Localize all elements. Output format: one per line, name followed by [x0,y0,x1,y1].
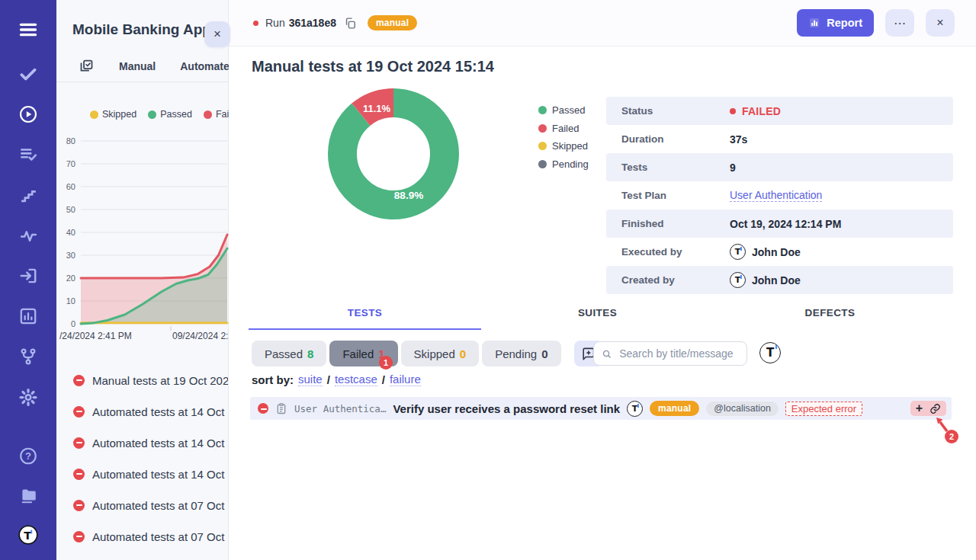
svg-text:80: 80 [66,136,75,146]
svg-text:?: ? [25,450,31,462]
gear-icon[interactable] [18,387,38,407]
run-label: Run [265,17,285,29]
steps-icon[interactable] [18,185,38,205]
list-check-icon[interactable] [18,145,38,165]
sidebar-nav-group [18,64,38,407]
expected-error-badge[interactable]: Expected error [785,402,862,416]
activity-icon[interactable] [18,226,38,245]
skipped-count: 0 [460,347,466,360]
avatar: T [730,272,746,288]
test-result-row[interactable]: User Authentica… Verify user receives a … [250,397,952,420]
detail-row-status: StatusFAILED [606,97,953,125]
logo-icon[interactable]: T [18,525,38,545]
search-input[interactable] [618,347,739,360]
report-button[interactable]: Report [797,9,874,37]
more-button[interactable]: ⋯ [885,9,914,37]
sort-by-failure[interactable]: failure [390,373,421,386]
run-list-item[interactable]: Automated tests at 14 Oct 2 [73,464,228,484]
filter-pending-button[interactable]: Pending0 [482,341,560,366]
sort-by-suite[interactable]: suite [298,373,323,386]
avatar: T [627,401,643,417]
play-circle-icon[interactable] [18,104,38,124]
run-list-item[interactable]: Automated tests at 07 Oct 2 [73,495,228,515]
sort-by-testcase[interactable]: testcase [335,373,377,386]
avatar: T [730,244,746,260]
detail-row-finished: FinishedOct 19, 2024 12:14 PM [606,210,953,238]
runs-list: Manual tests at 19 Oct 2024 Automated te… [56,370,228,546]
status-badge: FAILED [742,105,781,117]
results-tabs: TESTS SUITES DEFECTS [249,307,946,330]
run-header: Run 361a18e8 manual Report ⋯ × [229,0,976,46]
tab-tests[interactable]: TESTS [249,307,481,330]
hamburger-menu-icon[interactable] [18,20,38,40]
failed-status-icon [73,375,85,386]
run-type-badge: manual [368,15,417,30]
run-status-dot [253,21,258,26]
failed-status-icon [258,403,268,414]
sidebar-bottom-group: ? T [18,446,38,560]
tab-manual[interactable]: Manual [119,60,156,72]
failed-dot [538,124,547,133]
runs-panel: Mobile Banking App Manual Automated Skip… [56,0,229,560]
svg-text:20: 20 [66,274,75,283]
tab-automated[interactable]: Automated [180,60,236,72]
failed-status-icon [73,437,85,449]
svg-text:70: 70 [66,159,75,168]
pending-count: 0 [541,347,547,360]
run-details-table: StatusFAILED Duration37s Tests9 Test Pla… [606,97,953,294]
results-donut-chart: 11.1% 88.9% [308,85,479,226]
copy-check-icon[interactable] [79,56,95,76]
detail-row-duration: Duration37s [606,125,953,153]
filter-passed-button[interactable]: Passed8 [252,341,326,366]
failed-percent-label: 11.1% [363,103,391,114]
clipboard-icon [275,402,287,415]
svg-text:60: 60 [66,182,75,191]
header-actions: Report ⋯ × [797,9,955,37]
run-list-item[interactable]: Manual tests at 19 Oct 2024 [73,370,228,390]
sign-in-icon[interactable] [18,266,38,286]
run-list-item[interactable]: Automated tests at 14 Oct 2 [73,433,228,453]
tag-badge[interactable]: @localisation [706,402,779,416]
run-list-item[interactable]: Automated tests at 07 Oct 2 [73,526,228,546]
failed-status-icon [73,500,85,511]
annotation-marker-1: 1 [379,356,393,370]
help-icon[interactable]: ? [18,446,38,466]
search-icon [602,348,612,360]
check-icon[interactable] [18,64,38,84]
tab-defects[interactable]: DEFECTS [714,307,946,330]
detail-row-created-by: Created byTJohn Doe [606,266,953,294]
svg-text:09/24/2024 2:54 PM: 09/24/2024 2:54 PM [172,331,229,341]
passed-dot [538,106,547,114]
test-plan-link[interactable]: User Authentication [730,189,822,202]
sort-bar: sort by: suite / testcase / failure [252,373,421,386]
copy-icon[interactable] [344,17,357,30]
add-defect-button[interactable]: + [916,402,923,414]
filter-skipped-button[interactable]: Skipped0 [401,341,480,366]
runs-panel-close-button[interactable]: × [204,21,230,47]
search-box [593,341,747,366]
status-filters: Passed8 Failed1 Skipped0 Pending0 [252,341,603,366]
report-chart-icon [808,17,820,29]
branch-icon[interactable] [18,347,38,366]
failed-status-icon [73,406,85,418]
skipped-dot [538,142,547,150]
assignee-avatar[interactable]: T [759,342,781,363]
suite-name[interactable]: User Authentica… [294,403,386,414]
passed-percent-label: 88.9% [394,190,423,201]
run-list-item[interactable]: Automated tests at 14 Oct 2 [73,402,228,421]
test-type-badge: manual [650,401,699,416]
run-detail-panel: Run 361a18e8 manual Report ⋯ × Manual te… [229,0,976,560]
svg-text:T: T [24,529,31,542]
app-sidebar: ? T [0,0,56,560]
bar-chart-icon[interactable] [18,306,38,326]
failed-dot [730,108,736,114]
svg-text:30: 30 [66,251,75,260]
svg-text:40: 40 [66,228,75,237]
pending-dot [538,160,547,168]
trend-area-chart: 01020304050607080/24/2024 2:41 PM09/24/2… [56,107,229,347]
folders-icon[interactable] [18,485,38,505]
test-title[interactable]: Verify user receives a password reset li… [393,402,620,415]
svg-text:50: 50 [66,205,75,214]
tab-suites[interactable]: SUITES [481,307,714,330]
close-run-button[interactable]: × [926,9,955,37]
